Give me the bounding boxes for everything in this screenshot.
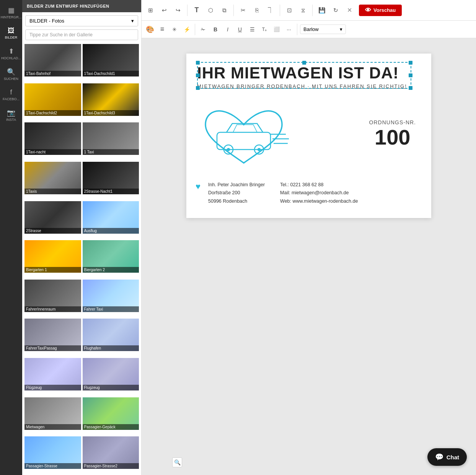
cut-button[interactable]: ✂ — [237, 5, 249, 16]
image-label: Fahrer Taxi — [83, 306, 139, 312]
card-middle: ORDNUNGS-NR. 100 — [186, 92, 431, 176]
sidebar-item-hochladen[interactable]: ⬆ HOCHLAD... — [0, 44, 22, 63]
dropdown-label: BILDER - Fotos — [29, 18, 64, 24]
image-label: Flughafen — [83, 345, 139, 351]
shape-tool-button[interactable]: ⬡ — [205, 5, 216, 16]
color-button[interactable]: 🎨 — [145, 24, 155, 35]
undo-button[interactable]: ↩ — [158, 5, 170, 16]
more-options-button[interactable]: ··· — [284, 24, 294, 35]
text-align-button[interactable]: ☰ — [247, 24, 258, 35]
underline-button[interactable]: U — [235, 24, 245, 35]
zoom-out-button[interactable]: 🔍 — [172, 457, 182, 467]
image-item-flugzeug1[interactable]: Flügzeug — [24, 358, 81, 390]
separator-1 — [187, 5, 187, 16]
image-item-taxi-dach1[interactable]: 1Taxi-Dachschild1 — [83, 44, 139, 76]
image-category-dropdown[interactable]: BILDER - Fotos ▾ — [25, 15, 138, 26]
align-button[interactable]: ≡ — [157, 24, 168, 35]
image-item-mietwagen[interactable]: Mietwagen — [24, 397, 81, 430]
image-item-flugzeug2[interactable]: Flugzeug — [83, 358, 139, 390]
preview-button[interactable]: 👁 Vorschau — [359, 5, 402, 16]
image-item-taxi-dach2[interactable]: 1Taxi-Dachschild2 — [24, 83, 81, 116]
paste-button[interactable]: ⏋ — [265, 5, 276, 16]
eye-icon: 👁 — [365, 7, 371, 14]
font-selector[interactable]: Barlow ▾ — [300, 24, 346, 34]
image-item-taxi[interactable]: 1 Taxi — [83, 122, 139, 155]
sep-t2 — [297, 24, 297, 35]
card-header: IHR MIETWAGEN IST DA! MIETWAGEN BRINGER … — [186, 54, 431, 92]
qr-code-button[interactable]: ⊞ — [145, 5, 156, 16]
italic-button[interactable]: I — [222, 24, 233, 35]
image-item-strasse[interactable]: 2Strasse — [24, 201, 81, 234]
text-tool-button[interactable]: T — [191, 5, 202, 16]
sidebar-item-suchen[interactable]: 🔍 SUCHEN — [0, 65, 22, 84]
effects-button[interactable]: ✳ — [169, 24, 180, 35]
contact-street: Dorfstraße 200 — [208, 189, 265, 197]
clipboard-button[interactable]: ⧉ — [218, 5, 230, 16]
sidebar-item-label: FACEBO... — [3, 97, 20, 101]
image-label: Flugzeug — [83, 385, 139, 390]
image-item-taxi-bahnhof[interactable]: 1Taxi-Bahnhof — [24, 44, 81, 76]
image-item-taxi-dach3[interactable]: 1Taxi-Dachschild3 — [83, 83, 139, 116]
search-placeholder: Tippe zur Suche in der Gallerie — [29, 32, 93, 37]
sidebar-item-insta[interactable]: 📷 INSTA — [0, 106, 22, 125]
sidebar: ▦ HINTERGR... 🖼 BILDER ⬆ HOCHLAD... 🔍 SU… — [0, 0, 22, 475]
design-card: IHR MIETWAGEN IST DA! MIETWAGEN BRINGER … — [186, 54, 431, 218]
image-item-taxis[interactable]: 1Taxis — [24, 162, 81, 194]
arrange-button[interactable]: ⊡ — [284, 5, 295, 16]
sidebar-item-label: BILDER — [5, 36, 18, 39]
heart-car-graphic — [194, 96, 293, 172]
image-label: 1Taxi-nacht — [24, 149, 81, 155]
sidebar-item-hintergrund[interactable]: ▦ HINTERGR... — [0, 3, 22, 22]
layers-button[interactable]: ⧖ — [297, 5, 309, 16]
textbox-button[interactable]: ⬜ — [271, 24, 282, 35]
image-item-fahrerinnen[interactable]: FahrerInnenraum — [24, 280, 81, 312]
sidebar-item-bilder[interactable]: 🖼 BILDER — [0, 24, 22, 42]
image-item-flughafen[interactable]: Flughafen — [83, 319, 139, 351]
save-button[interactable]: 💾 — [316, 5, 328, 16]
image-item-fahrer-taxi[interactable]: Fahrer Taxi — [83, 280, 139, 312]
panel-header: BILDER ZUM ENTWURF HINZUFÜGEN — [22, 0, 141, 12]
image-item-biergarten2[interactable]: Biergarten 2 — [83, 240, 139, 273]
sep-t1 — [195, 24, 195, 35]
image-item-passagier-strasse2[interactable]: Passagier-Strasse2 — [83, 436, 139, 469]
image-item-passagier-gepack[interactable]: Passagier-Gepäck — [83, 397, 139, 430]
image-label: 1Taxis — [24, 189, 81, 194]
bold-button[interactable]: B — [210, 24, 221, 35]
sidebar-item-label: HOCHLAD... — [1, 56, 21, 60]
image-item-ausflug[interactable]: Ausflug — [83, 201, 139, 234]
chat-icon: 💬 — [435, 453, 443, 461]
suchen-icon: 🔍 — [7, 68, 15, 76]
main-headline[interactable]: IHR MIETWAGEN IST DA! — [197, 64, 421, 82]
text-size-button[interactable]: Tₐ — [259, 24, 270, 35]
redo-button[interactable]: ↪ — [172, 5, 184, 16]
gallery-search-input[interactable]: Tippe zur Suche in der Gallerie — [25, 29, 138, 40]
sidebar-item-facebook[interactable]: f FACEBO... — [0, 85, 22, 104]
animate-button[interactable]: ⚡ — [181, 24, 192, 35]
image-grid: 1Taxi-Bahnhof1Taxi-Dachschild11Taxi-Dach… — [22, 43, 141, 475]
image-item-passagier-strasse[interactable]: Passagier-Strasse — [24, 436, 81, 469]
hintergrund-icon: ▦ — [8, 6, 15, 15]
refresh-button[interactable]: ↻ — [330, 5, 341, 16]
order-number-block: ORDNUNGS-NR. 100 — [369, 119, 416, 149]
crop-button[interactable]: ✁ — [198, 24, 209, 35]
image-label: Passagier-Strasse — [24, 463, 81, 469]
image-label: 1Taxi-Dachschild2 — [24, 110, 81, 116]
copy-button[interactable]: ⎘ — [251, 5, 262, 16]
image-item-strasse-nacht[interactable]: 2Strasse-Nacht1 — [83, 162, 139, 194]
chat-button[interactable]: 💬 Chat — [427, 448, 467, 466]
image-label: Biergarten 2 — [83, 267, 139, 273]
image-item-fahrer-pass[interactable]: FahrerTaxiPassag — [24, 319, 81, 351]
sidebar-item-label: SUCHEN — [4, 77, 18, 81]
image-label: 2Strasse-Nacht1 — [83, 189, 139, 194]
sub-headline-plain: MIETWAGEN BRINGER RODENBACH · — [197, 83, 312, 89]
image-item-taxi-nacht[interactable]: 1Taxi-nacht — [24, 122, 81, 155]
image-item-biergarten1[interactable]: Biergarten 1 — [24, 240, 81, 273]
image-label: FahrerInnenraum — [24, 306, 81, 312]
sub-headline-link: MIT UNS FAHREN SIE RICHTIG! — [312, 83, 407, 89]
card-footer: ♥ Inh. Peter Joachim Bringer Dorfstraße … — [186, 176, 431, 213]
toolbar-primary: ⊞ ↩ ↪ T ⬡ ⧉ ✂ ⎘ ⏋ ⊡ ⧖ 💾 ↻ ✕ 👁 Vorschau — [142, 0, 476, 21]
image-label: 1Taxi-Bahnhof — [24, 71, 81, 76]
sub-headline: MIETWAGEN BRINGER RODENBACH · MIT UNS FA… — [197, 83, 421, 89]
close-button[interactable]: ✕ — [344, 5, 355, 16]
canvas-area: IHR MIETWAGEN IST DA! MIETWAGEN BRINGER … — [142, 38, 476, 475]
